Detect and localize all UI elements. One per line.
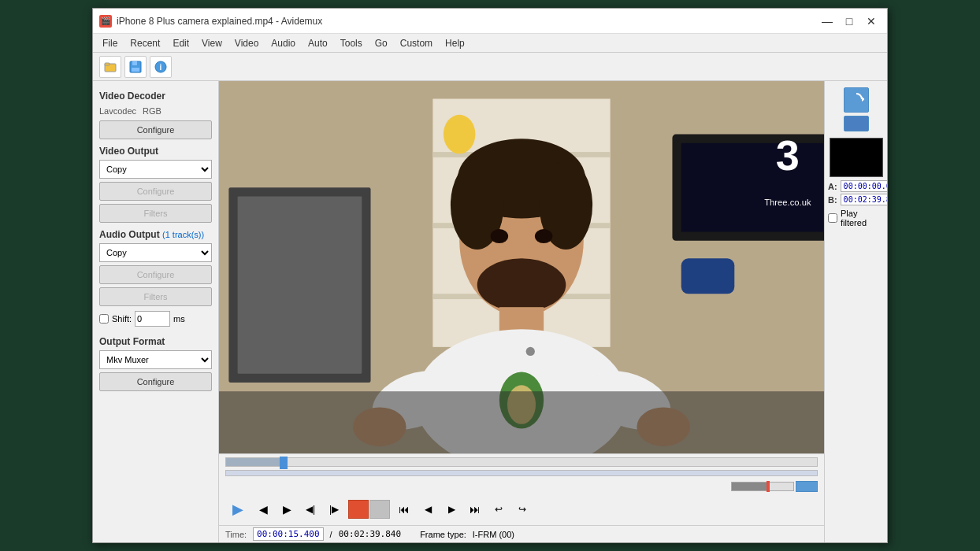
next-keyframe-button[interactable]: ⏭ — [464, 498, 486, 520]
total-time-value: 00:02:39.840 — [339, 529, 401, 539]
svg-rect-4 — [132, 68, 139, 72]
loop-forward-button[interactable]: ↪ — [511, 498, 533, 520]
forward-button[interactable]: ▶ — [276, 498, 298, 520]
audio-output-configure-button[interactable]: Configure — [99, 265, 212, 284]
rewind-button[interactable]: ◀ — [252, 498, 274, 520]
play-button[interactable]: ▶ — [225, 497, 251, 522]
toolbar-save-button[interactable] — [124, 56, 147, 78]
ab-mark-button[interactable] — [348, 500, 369, 519]
right-action-button-1[interactable] — [844, 87, 869, 113]
output-format-configure-button[interactable]: Configure — [99, 372, 212, 391]
close-button[interactable]: ✕ — [862, 12, 881, 31]
main-timeline[interactable] — [225, 457, 818, 467]
time-value: 00:00:15.400 — [253, 527, 323, 541]
folder-open-icon — [104, 61, 117, 73]
shift-input[interactable] — [135, 311, 170, 327]
step-forward-button[interactable]: |▶ — [323, 498, 345, 520]
frame-back-button[interactable]: ◀ — [417, 498, 439, 520]
svg-text:i: i — [160, 63, 162, 72]
b-marker-time: 00:02:39.840 — [841, 194, 887, 205]
svg-point-28 — [535, 229, 553, 243]
ab-buttons-group — [348, 500, 390, 519]
a-marker-time: 00:00:00.000 — [841, 180, 887, 192]
video-preview-thumbnail — [830, 138, 883, 177]
audio-output-filters-button[interactable]: Filters — [99, 287, 212, 306]
svg-rect-1 — [105, 63, 110, 65]
toolbar-open-button[interactable] — [99, 56, 121, 78]
volume-slider[interactable] — [731, 482, 794, 491]
selection-timeline[interactable] — [225, 470, 818, 476]
codec-label: Lavcodec — [99, 106, 136, 116]
title-bar: 🎬 iPhone 8 Plus camera explained.mp4 - A… — [93, 9, 887, 34]
info-icon: i — [154, 61, 167, 73]
menu-file[interactable]: File — [96, 35, 124, 52]
svg-marker-41 — [862, 97, 864, 102]
save-icon — [129, 61, 142, 73]
frame-forward-button[interactable]: ▶ — [440, 498, 462, 520]
svg-rect-3 — [132, 61, 137, 65]
audio-output-select[interactable]: Copy MP3 AAC — [99, 243, 212, 262]
menu-go[interactable]: Go — [369, 35, 394, 52]
toolbar: i — [93, 53, 887, 81]
loop-icon — [848, 91, 864, 107]
mark-in-button[interactable] — [369, 500, 390, 519]
prev-keyframe-button[interactable]: ⏮ — [393, 498, 415, 520]
menu-video[interactable]: Video — [228, 35, 265, 52]
video-decoder-configure-button[interactable]: Configure — [99, 120, 212, 139]
menu-bar: File Recent Edit View Video Audio Auto T… — [93, 34, 887, 53]
video-output-filters-button[interactable]: Filters — [99, 204, 212, 223]
menu-view[interactable]: View — [195, 35, 228, 52]
b-marker-label: B: — [828, 195, 837, 205]
volume-indicator — [796, 481, 818, 492]
decoder-info: Lavcodec RGB — [99, 106, 212, 116]
right-action-button-2[interactable] — [844, 116, 869, 131]
svg-rect-20 — [681, 258, 735, 294]
minimize-button[interactable]: — — [818, 12, 837, 31]
maximize-button[interactable]: □ — [840, 12, 859, 31]
controls-area: ▶ ◀ ▶ ◀| |▶ ⏮ ◀ ▶ ⏭ ↩ ↪ — [219, 453, 824, 542]
menu-help[interactable]: Help — [439, 35, 471, 52]
app-icon: 🎬 — [99, 15, 112, 28]
play-filtered-row: Play filtered — [828, 209, 884, 227]
svg-text:3: 3 — [776, 131, 800, 179]
svg-rect-40 — [219, 391, 824, 453]
svg-rect-22 — [238, 196, 362, 373]
output-format-select[interactable]: Mkv Muxer MP4 Muxer AVI Muxer — [99, 350, 212, 369]
video-decoder-title: Video Decoder — [99, 91, 212, 102]
output-format-title: Output Format — [99, 336, 212, 347]
play-filtered-label: Play filtered — [841, 209, 884, 227]
right-panel: A: 00:00:00.000 B: 00:02:39.840 Play fil… — [824, 81, 887, 542]
menu-audio[interactable]: Audio — [265, 35, 302, 52]
menu-recent[interactable]: Recent — [124, 35, 166, 52]
video-output-configure-button[interactable]: Configure — [99, 182, 212, 201]
toolbar-info-button[interactable]: i — [150, 56, 172, 78]
svg-point-39 — [526, 347, 535, 356]
menu-tools[interactable]: Tools — [334, 35, 369, 52]
b-marker-row: B: 00:02:39.840 — [828, 194, 884, 205]
frame-type-label: Frame type: — [420, 530, 466, 539]
svg-point-29 — [477, 258, 566, 312]
colorspace-label: RGB — [143, 106, 161, 116]
svg-rect-17 — [681, 143, 823, 232]
video-output-select[interactable]: Copy H.264 H.265 — [99, 160, 212, 179]
status-bar: Time: 00:00:15.400 / 00:02:39.840 Frame … — [219, 525, 824, 542]
shift-unit: ms — [173, 314, 185, 324]
video-frame: 3 Three.co.uk — [219, 81, 824, 453]
svg-point-27 — [491, 229, 509, 243]
playback-buttons: ▶ ◀ ▶ ◀| |▶ ⏮ ◀ ▶ ⏭ ↩ ↪ — [219, 494, 824, 525]
menu-edit[interactable]: Edit — [166, 35, 195, 52]
menu-auto[interactable]: Auto — [302, 35, 334, 52]
shift-checkbox[interactable] — [99, 314, 109, 324]
shift-row: Shift: ms — [99, 311, 212, 327]
loop-back-button[interactable]: ↩ — [488, 498, 510, 520]
shift-label: Shift: — [112, 314, 132, 324]
menu-custom[interactable]: Custom — [394, 35, 439, 52]
time-label: Time: — [225, 530, 247, 539]
play-filtered-checkbox[interactable] — [828, 213, 837, 223]
video-output-title: Video Output — [99, 146, 212, 157]
audio-tracks-label: (1 track(s)) — [162, 230, 204, 239]
step-back-button[interactable]: ◀| — [299, 498, 321, 520]
window-title: iPhone 8 Plus camera explained.mp4 - Avi… — [117, 16, 818, 27]
ab-markers: A: 00:00:00.000 B: 00:02:39.840 — [828, 180, 884, 205]
frame-type-value: I-FRM (00) — [473, 530, 514, 539]
